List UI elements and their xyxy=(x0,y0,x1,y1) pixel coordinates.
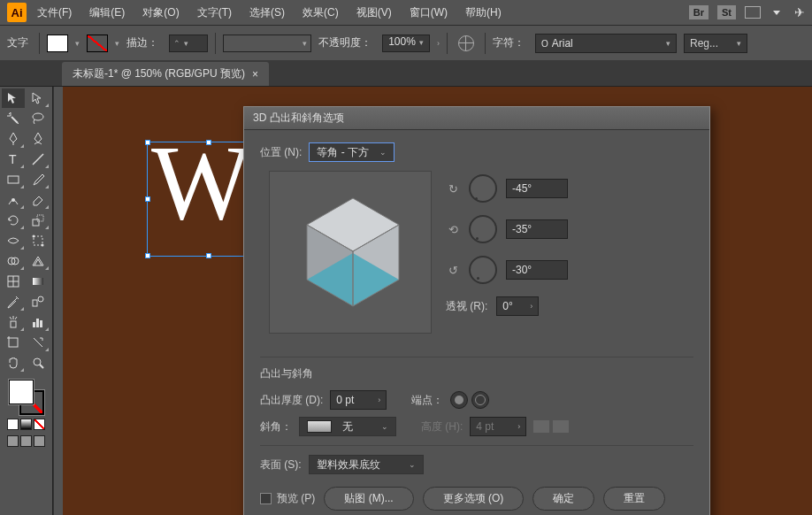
menu-select[interactable]: 选择(S) xyxy=(242,2,292,24)
menu-type[interactable]: 文字(T) xyxy=(190,2,239,24)
lasso-tool[interactable] xyxy=(27,109,50,128)
stock-button[interactable]: St xyxy=(717,5,736,19)
svg-rect-7 xyxy=(34,236,42,245)
document-tab[interactable]: 未标题-1* @ 150% (RGB/GPU 预览) × xyxy=(62,62,269,86)
draw-inside[interactable] xyxy=(34,435,45,447)
perspective-input[interactable]: 0°› xyxy=(496,296,539,316)
mode-label: 文字 xyxy=(7,35,28,50)
svg-rect-5 xyxy=(33,219,39,226)
reset-button[interactable]: 重置 xyxy=(603,487,665,511)
handle-ml[interactable] xyxy=(145,196,150,202)
tab-close-icon[interactable]: × xyxy=(252,68,258,81)
blend-tool[interactable] xyxy=(27,292,50,311)
mesh-tool[interactable] xyxy=(2,272,25,291)
more-options-button[interactable]: 更多选项 (O) xyxy=(423,487,525,511)
rotate-x-dial[interactable] xyxy=(469,174,497,203)
rotate-z-input[interactable]: -30° xyxy=(506,260,568,280)
surface-dropdown[interactable]: 塑料效果底纹⌄ xyxy=(309,455,424,474)
color-mode-none[interactable] xyxy=(34,419,45,430)
draw-normal[interactable] xyxy=(7,435,19,447)
rotate-z-dial[interactable] xyxy=(469,256,497,284)
perspective-grid-tool[interactable] xyxy=(27,251,50,271)
color-mode-row xyxy=(2,419,50,430)
color-mode-solid[interactable] xyxy=(7,419,19,430)
cap-on-button[interactable] xyxy=(450,391,468,409)
symbol-sprayer-tool[interactable] xyxy=(2,312,25,332)
eraser-tool[interactable] xyxy=(27,190,50,210)
rotate-y-input[interactable]: -35° xyxy=(506,219,568,239)
font-family-dropdown[interactable]: OArial▾ xyxy=(535,34,677,53)
position-dropdown[interactable]: 等角 - 下方⌄ xyxy=(309,142,395,162)
search-icon[interactable]: ✈ xyxy=(794,5,805,19)
shaper-tool[interactable] xyxy=(2,190,25,210)
magic-wand-tool[interactable] xyxy=(2,109,25,128)
fill-big-swatch[interactable] xyxy=(9,380,34,404)
pen-tool[interactable] xyxy=(2,129,25,149)
draw-mode-row xyxy=(2,435,50,447)
handle-tl[interactable] xyxy=(145,140,150,145)
fill-swatch[interactable] xyxy=(47,35,68,52)
brush-dropdown[interactable]: ▾ xyxy=(223,35,311,52)
cap-off-button[interactable] xyxy=(471,391,489,409)
menu-edit[interactable]: 编辑(E) xyxy=(82,2,132,24)
menu-effect[interactable]: 效果(C) xyxy=(295,2,346,24)
rotate-tool[interactable] xyxy=(2,211,25,230)
slice-tool[interactable] xyxy=(27,333,50,352)
rotate-x-input[interactable]: -45° xyxy=(506,179,568,198)
menu-help[interactable]: 帮助(H) xyxy=(458,2,509,24)
rotate-y-dial[interactable] xyxy=(469,215,497,243)
draw-behind[interactable] xyxy=(20,435,32,447)
map-art-button[interactable]: 贴图 (M)... xyxy=(324,487,413,511)
depth-input[interactable]: 0 pt› xyxy=(330,390,387,410)
width-tool[interactable] xyxy=(2,231,25,250)
opacity-arrow[interactable]: › xyxy=(437,39,440,48)
fill-stroke-swatches[interactable] xyxy=(9,380,44,415)
3d-preview[interactable] xyxy=(269,171,432,334)
stroke-weight-dropdown[interactable]: ⌃▾ xyxy=(169,35,208,52)
eyedropper-tool[interactable] xyxy=(2,292,25,311)
type-tool[interactable]: T xyxy=(2,150,25,169)
color-mode-gradient[interactable] xyxy=(20,419,32,430)
font-style-dropdown[interactable]: Reg...▾ xyxy=(684,34,747,53)
workspace-dropdown[interactable] xyxy=(773,11,780,15)
shape-builder-tool[interactable] xyxy=(2,251,25,271)
artboard-tool[interactable] xyxy=(2,333,25,352)
gradient-tool[interactable] xyxy=(27,272,50,291)
bridge-button[interactable]: Br xyxy=(689,5,709,19)
curvature-tool[interactable] xyxy=(27,129,50,149)
arrange-icon[interactable] xyxy=(745,6,761,19)
menu-object[interactable]: 对象(O) xyxy=(135,2,186,24)
free-transform-tool[interactable] xyxy=(27,231,50,250)
handle-bl[interactable] xyxy=(145,253,150,258)
svg-rect-22 xyxy=(9,338,18,347)
opacity-input[interactable]: 100%▾ xyxy=(382,35,430,52)
stroke-dropdown-arrow[interactable]: ▾ xyxy=(115,39,119,48)
recolor-icon[interactable] xyxy=(458,35,474,51)
zoom-tool[interactable] xyxy=(27,353,50,373)
direct-selection-tool[interactable] xyxy=(27,88,50,108)
paintbrush-tool[interactable] xyxy=(27,170,50,189)
bevel-extent-in xyxy=(553,420,569,433)
menu-view[interactable]: 视图(V) xyxy=(349,2,399,24)
bevel-dropdown[interactable]: 无 ⌄ xyxy=(299,417,396,436)
hand-tool[interactable] xyxy=(2,353,25,373)
preview-checkbox[interactable]: 预览 (P) xyxy=(260,491,315,506)
stroke-swatch[interactable] xyxy=(87,35,108,52)
fill-dropdown[interactable]: ▾ xyxy=(75,39,80,48)
scale-tool[interactable] xyxy=(27,211,50,230)
toolbar: T xyxy=(0,87,53,515)
line-tool[interactable] xyxy=(27,150,50,169)
menu-file[interactable]: 文件(F) xyxy=(30,2,79,24)
selection-tool[interactable] xyxy=(2,88,25,108)
depth-label: 凸出厚度 (D): xyxy=(260,393,323,408)
svg-point-4 xyxy=(11,198,15,202)
svg-point-0 xyxy=(33,113,43,120)
rectangle-tool[interactable] xyxy=(2,170,25,189)
height-input: 4 pt› xyxy=(470,417,526,436)
handle-tm[interactable] xyxy=(206,140,211,145)
menu-window[interactable]: 窗口(W) xyxy=(402,2,455,24)
column-graph-tool[interactable] xyxy=(27,312,50,332)
handle-bm[interactable] xyxy=(206,253,211,258)
ok-button[interactable]: 确定 xyxy=(532,487,594,511)
3d-extrude-dialog: 3D 凸出和斜角选项 位置 (N): 等角 - 下方⌄ xyxy=(243,106,710,515)
